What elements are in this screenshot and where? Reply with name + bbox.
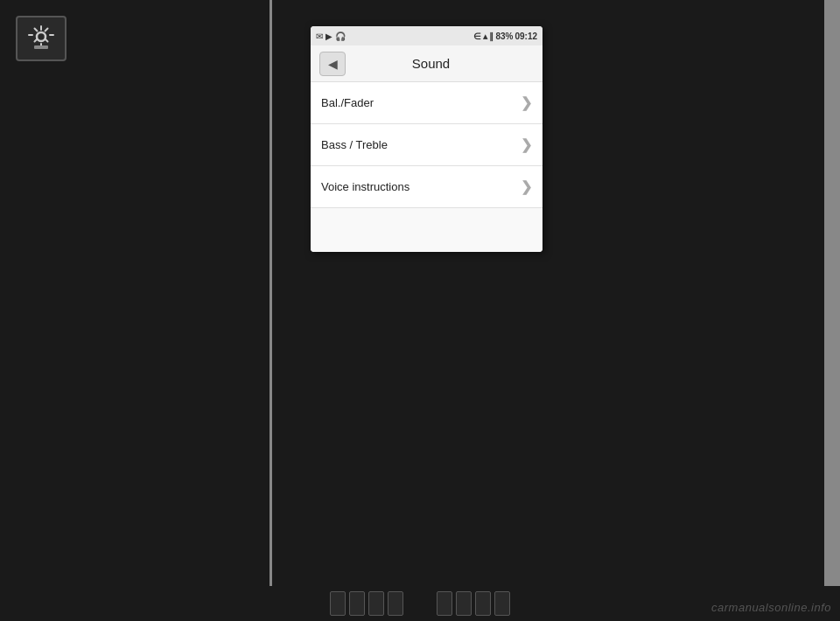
voice-instructions-label: Voice instructions (321, 180, 410, 193)
nav-dot-7[interactable] (475, 591, 491, 616)
menu-list: Bal./Fader ❯ Bass / Treble ❯ Voice instr… (311, 82, 542, 252)
voice-instructions-chevron-icon: ❯ (521, 178, 532, 195)
vertical-divider (270, 0, 272, 586)
back-button[interactable]: ◀ (319, 52, 346, 76)
watermark: carmanualsonline.info (711, 601, 831, 614)
nav-dot-5[interactable] (437, 591, 452, 616)
nav-dot-3[interactable] (368, 591, 384, 616)
status-bar-right: ∈ ▴ ∥ 83% 09:12 (473, 31, 537, 41)
gear-icon (25, 23, 57, 54)
svg-rect-1 (34, 45, 48, 49)
panel-spacer (311, 208, 542, 252)
bass-treble-label: Bass / Treble (321, 138, 388, 151)
phone-panel: ✉ ▶ 🎧 ∈ ▴ ∥ 83% 09:12 ◀ Sound Bal./Fader… (311, 26, 542, 252)
sound-title: Sound (354, 56, 508, 71)
nav-dot-4[interactable] (388, 591, 403, 616)
nav-dot-2[interactable] (349, 591, 365, 616)
bal-fader-chevron-icon: ❯ (521, 94, 532, 111)
svg-point-0 (37, 32, 46, 41)
nav-dot-8[interactable] (494, 591, 510, 616)
message-icon: ✉ (316, 31, 323, 41)
clock: 09:12 (514, 31, 537, 41)
battery-percent: 83% (495, 31, 513, 41)
bal-fader-label: Bal./Fader (321, 96, 374, 109)
left-panel (0, 0, 271, 586)
wifi-icon: ∈ (473, 31, 481, 41)
menu-item-voice-instructions[interactable]: Voice instructions ❯ (311, 166, 542, 208)
signal-bars: ∥ (489, 31, 494, 41)
status-bar-left: ✉ ▶ 🎧 (316, 31, 346, 41)
nav-dot-6[interactable] (456, 591, 472, 616)
signal-icon: ▴ (483, 31, 487, 41)
headphone-icon: 🎧 (335, 31, 346, 41)
menu-item-bass-treble[interactable]: Bass / Treble ❯ (311, 124, 542, 166)
right-bar (824, 0, 840, 586)
menu-item-bal-fader[interactable]: Bal./Fader ❯ (311, 82, 542, 124)
bass-treble-chevron-icon: ❯ (521, 136, 532, 153)
nav-dot-1[interactable] (330, 591, 346, 616)
status-bar: ✉ ▶ 🎧 ∈ ▴ ∥ 83% 09:12 (311, 26, 542, 45)
settings-icon-box[interactable] (16, 16, 66, 61)
sound-header: ◀ Sound (311, 45, 542, 82)
back-arrow-icon: ◀ (328, 57, 338, 71)
play-icon: ▶ (326, 31, 332, 41)
